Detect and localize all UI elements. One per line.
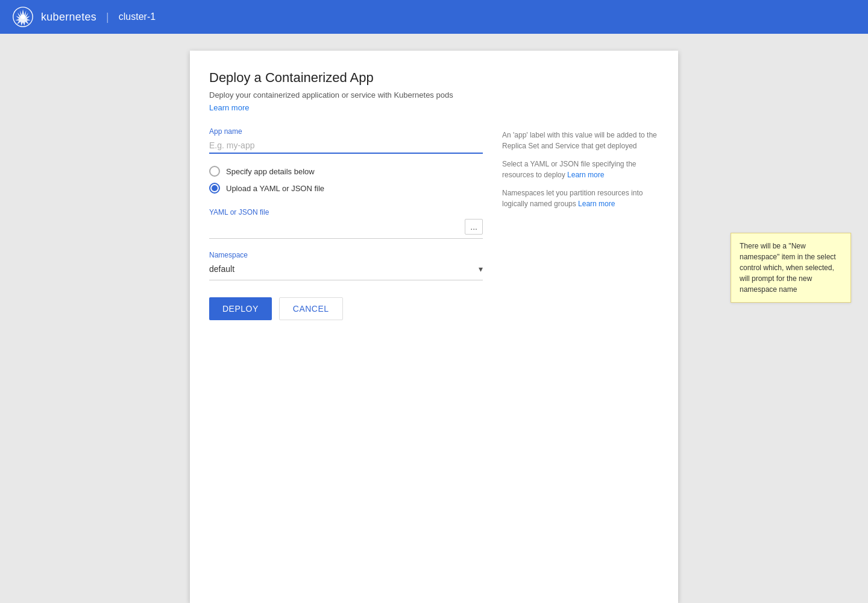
namespace-field-group: Namespace default + New namespace ▾ [209,251,483,280]
namespace-hint-link[interactable]: Learn more [578,200,615,208]
radio-specify-label: Specify app details below [226,167,315,176]
yaml-field-row: ... [209,219,483,239]
main-content: Deploy a Containerized App Deploy your c… [0,34,868,603]
app-name-hint: An 'app' label with this value will be a… [502,130,659,151]
namespace-hint: Namespaces let you partition resources i… [502,188,659,209]
yaml-file-input[interactable] [209,219,460,234]
yaml-label: YAML or JSON file [209,208,483,216]
kubernetes-logo-icon [12,6,34,28]
app-name-input[interactable] [209,138,483,154]
form-right: An 'app' label with this value will be a… [502,127,659,320]
learn-more-link[interactable]: Learn more [209,103,249,112]
radio-specify-input[interactable] [209,166,220,177]
namespace-select-row: default + New namespace ▾ [209,262,483,280]
form-left: App name Specify app details below Uploa… [209,127,483,320]
header-separator: | [106,11,109,24]
namespace-select[interactable]: default + New namespace [209,262,479,276]
dropdown-arrow-icon: ▾ [479,264,483,274]
button-row: DEPLOY CANCEL [209,297,483,320]
radio-specify-details[interactable]: Specify app details below [209,166,483,177]
app-title: kubernetes [41,11,96,24]
dialog-title: Deploy a Containerized App [209,70,659,86]
app-header: kubernetes | cluster-1 [0,0,868,34]
dialog-subtitle: Deploy your containerized application or… [209,90,659,99]
radio-upload-yaml[interactable]: Upload a YAML or JSON file [209,183,483,194]
tooltip-box: There will be a "New namespace" item in … [731,233,851,303]
yaml-hint-link[interactable]: Learn more [567,171,604,179]
cluster-name: cluster-1 [119,11,156,22]
form-layout: App name Specify app details below Uploa… [209,127,659,320]
dialog-card: Deploy a Containerized App Deploy your c… [190,51,678,603]
app-name-label: App name [209,127,483,136]
yaml-field-group: YAML or JSON file ... [209,208,483,239]
browse-button[interactable]: ... [465,219,483,235]
namespace-label: Namespace [209,251,483,259]
app-name-field-group: App name [209,127,483,154]
yaml-hint: Select a YAML or JSON file specifying th… [502,159,659,180]
tooltip-text: There will be a "New namespace" item in … [740,242,836,294]
radio-upload-label: Upload a YAML or JSON file [226,184,324,193]
namespace-hint-text: Namespaces let you partition resources i… [502,189,643,208]
radio-group: Specify app details below Upload a YAML … [209,166,483,194]
cancel-button[interactable]: CANCEL [279,297,343,320]
radio-upload-input[interactable] [209,183,220,194]
deploy-button[interactable]: DEPLOY [209,297,272,320]
svg-point-2 [20,14,25,19]
